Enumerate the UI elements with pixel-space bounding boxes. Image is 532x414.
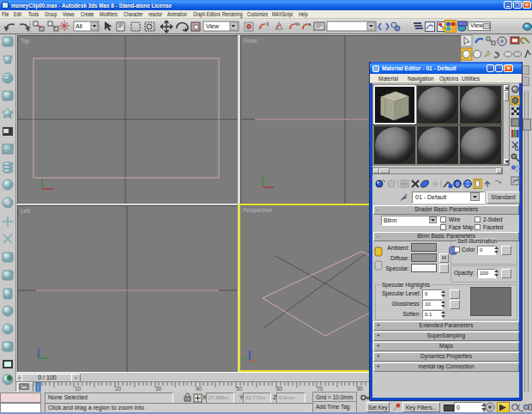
svg-text:a: a xyxy=(308,21,311,27)
svg-text:All: All xyxy=(76,23,82,29)
svg-text:80: 80 xyxy=(357,386,364,392)
svg-text:40: 40 xyxy=(196,386,203,392)
svg-text:20: 20 xyxy=(115,386,122,392)
svg-text:50: 50 xyxy=(236,386,243,392)
svg-text:View: View xyxy=(206,23,220,29)
svg-text:30: 30 xyxy=(155,386,162,392)
svg-text:70: 70 xyxy=(317,386,323,392)
svg-text:10: 10 xyxy=(75,386,82,392)
svg-text:0: 0 xyxy=(456,181,459,187)
svg-text:%: % xyxy=(295,21,300,27)
svg-text:3: 3 xyxy=(266,21,269,27)
svg-text:60: 60 xyxy=(276,386,283,392)
